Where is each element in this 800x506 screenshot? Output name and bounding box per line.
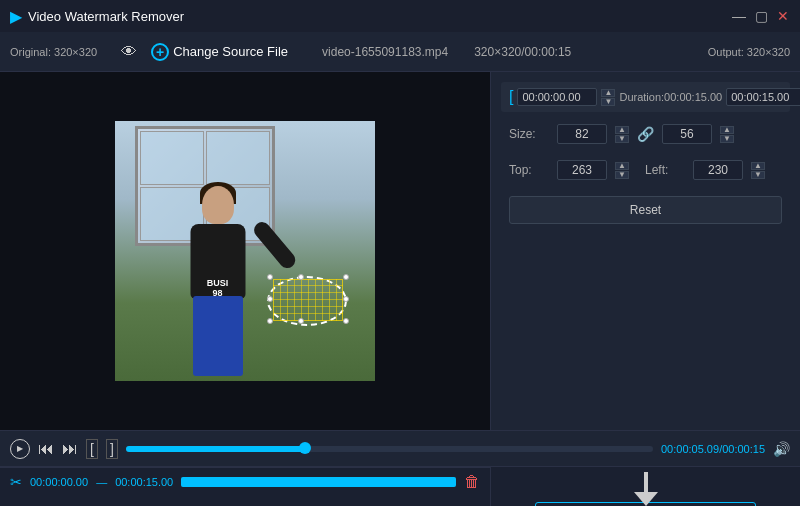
link-dimensions-icon[interactable]: 🔗 <box>637 126 654 142</box>
progress-fill <box>126 446 305 452</box>
selection-handles <box>267 274 349 324</box>
mark-in-button[interactable]: [ <box>86 439 98 459</box>
change-source-label: Change Source File <box>173 44 288 59</box>
plus-circle-icon: + <box>151 43 169 61</box>
play-button[interactable]: ▶ <box>10 439 30 459</box>
handle-mr[interactable] <box>343 296 349 302</box>
file-info: 320×320/00:00:15 <box>474 45 571 59</box>
size-w-spinner[interactable]: ▲ ▼ <box>615 126 629 143</box>
add-watermark-section: + Add watermark removing area <box>490 467 800 506</box>
handle-bm[interactable] <box>298 318 304 324</box>
file-name: video-1655091183.mp4 <box>322 45 448 59</box>
start-time-spinner[interactable]: ▲ ▼ <box>601 89 615 106</box>
person-torso: BUSI98 <box>190 224 245 299</box>
clip-timeline: ✂ 00:00:00.00 — 00:00:15.00 🗑 <box>0 467 490 495</box>
title-bar: ▶ Video Watermark Remover — ▢ ✕ <box>0 0 800 32</box>
minimize-button[interactable]: — <box>732 9 746 23</box>
duration-end-input[interactable] <box>726 88 800 106</box>
right-panel: [ ▲ ▼ Duration:00:00:15.00 ▲ ▼ ] Size: ▲… <box>490 72 800 430</box>
maximize-button[interactable]: ▢ <box>754 9 768 23</box>
next-frame-button[interactable]: ⏭ <box>62 440 78 458</box>
handle-tl[interactable] <box>267 274 273 280</box>
video-area: BUSI98 <box>0 72 490 430</box>
app-logo: ▶ <box>10 7 22 26</box>
eye-icon[interactable]: 👁 <box>121 43 137 61</box>
toolbar: Original: 320×320 👁 + Change Source File… <box>0 32 800 72</box>
handle-ml[interactable] <box>267 296 273 302</box>
size-height-input[interactable] <box>662 124 712 144</box>
handle-br[interactable] <box>343 318 349 324</box>
person-legs <box>193 296 243 376</box>
start-time-input[interactable] <box>517 88 597 106</box>
left-value-input[interactable] <box>693 160 743 180</box>
top-value-input[interactable] <box>557 160 607 180</box>
app-title: Video Watermark Remover <box>28 9 184 24</box>
mark-out-button[interactable]: ] <box>106 439 118 459</box>
duration-label: Duration:00:00:15.00 <box>619 91 722 103</box>
handle-tr[interactable] <box>343 274 349 280</box>
handle-bl[interactable] <box>267 318 273 324</box>
clip-range-separator: — <box>96 476 107 488</box>
reset-button[interactable]: Reset <box>509 196 782 224</box>
spin-up[interactable]: ▲ <box>601 89 615 97</box>
main-area: BUSI98 <box>0 72 800 430</box>
size-label: Size: <box>509 127 549 141</box>
size-h-spinner[interactable]: ▲ ▼ <box>720 126 734 143</box>
size-row: Size: ▲ ▼ 🔗 ▲ ▼ <box>501 120 790 148</box>
clip-range-end: 00:00:15.00 <box>115 476 173 488</box>
close-button[interactable]: ✕ <box>776 9 790 23</box>
size-width-input[interactable] <box>557 124 607 144</box>
original-size-label: Original: 320×320 <box>10 46 97 58</box>
left-spinner[interactable]: ▲ ▼ <box>751 162 765 179</box>
change-source-button[interactable]: + Change Source File <box>143 39 296 65</box>
video-content: BUSI98 <box>115 121 375 381</box>
handle-tm[interactable] <box>298 274 304 280</box>
clip-fill <box>181 477 456 487</box>
down-arrow-icon <box>634 472 658 506</box>
top-spinner[interactable]: ▲ ▼ <box>615 162 629 179</box>
video-frame: BUSI98 <box>115 121 375 381</box>
clip-marker-icon: ✂ <box>10 474 22 490</box>
current-time-display: 00:00:05.09/00:00:15 <box>661 443 765 455</box>
controls-bar: ▶ ⏮ ⏭ [ ] 00:00:05.09/00:00:15 🔊 <box>0 430 800 466</box>
spin-down[interactable]: ▼ <box>601 98 615 106</box>
clip-range-start: 00:00:00.00 <box>30 476 88 488</box>
position-row: Top: ▲ ▼ Left: ▲ ▼ <box>501 156 790 184</box>
progress-thumb[interactable] <box>299 442 311 454</box>
progress-bar[interactable] <box>126 446 653 452</box>
prev-frame-button[interactable]: ⏮ <box>38 440 54 458</box>
person-head <box>202 186 234 224</box>
delete-clip-button[interactable]: 🗑 <box>464 473 480 491</box>
top-label: Top: <box>509 163 549 177</box>
left-label: Left: <box>645 163 685 177</box>
volume-icon[interactable]: 🔊 <box>773 441 790 457</box>
output-size-label: Output: 320×320 <box>708 46 790 58</box>
clip-bar[interactable] <box>181 477 456 487</box>
person-figure: BUSI98 <box>175 186 260 381</box>
time-range-row: [ ▲ ▼ Duration:00:00:15.00 ▲ ▼ ] <box>501 82 790 112</box>
bracket-open-icon: [ <box>509 88 513 106</box>
